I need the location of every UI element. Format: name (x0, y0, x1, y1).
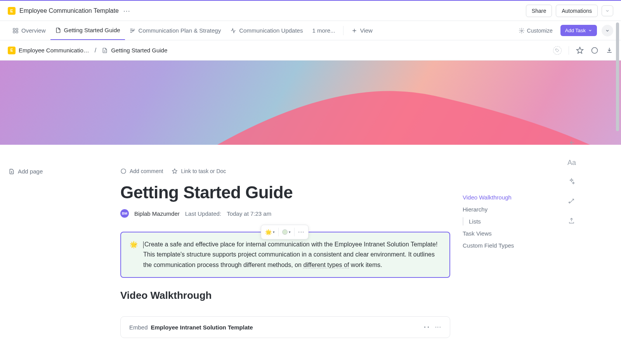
workspace-title[interactable]: Employee Communication Template (19, 7, 119, 14)
add-page-label: Add page (18, 168, 43, 175)
doc-icon (55, 27, 61, 33)
automations-button[interactable]: Automations (556, 5, 598, 17)
tab-overview[interactable]: Overview (8, 21, 50, 40)
header-bar: E Employee Communication Template ··· Sh… (0, 1, 621, 21)
tab-getting-started[interactable]: Getting Started Guide (50, 21, 125, 40)
collapse-outline-button[interactable] (568, 139, 575, 148)
ai-button[interactable] (568, 178, 575, 187)
toolbar-color-picker[interactable]: ▾ (280, 228, 293, 236)
doc-meta: BM Biplab Mazumder Last Updated: Today a… (120, 209, 450, 218)
tab-label: Communication Plan & Strategy (139, 27, 221, 34)
magic-button[interactable] (568, 198, 575, 206)
tag-button[interactable] (553, 46, 562, 55)
embed-title: Employee Intranet Solution Template (151, 324, 253, 331)
chevron-down-icon: ▾ (289, 230, 291, 234)
doc-icon (102, 47, 108, 54)
add-task-label: Add Task (565, 28, 586, 33)
floating-toolbar: 🌟 ▾ ▾ ··· (261, 225, 309, 239)
embed-card[interactable]: Embed Employee Intranet Solution Templat… (120, 316, 450, 338)
divider (294, 228, 295, 236)
svg-point-7 (121, 169, 126, 173)
outline-item-task-views[interactable]: Task Views (463, 229, 578, 237)
plus-icon (351, 28, 357, 34)
chevron-down-icon (588, 28, 592, 33)
tab-add-view[interactable]: View (347, 21, 377, 40)
star-button[interactable] (576, 47, 584, 54)
add-page-button[interactable]: Add page (8, 168, 120, 175)
automations-chevron-button[interactable] (602, 5, 613, 16)
svg-rect-2 (13, 31, 15, 33)
tab-comm-plan[interactable]: Communication Plan & Strategy (125, 21, 226, 40)
link-task-label: Link to task or Doc (181, 168, 226, 174)
outline-item-lists[interactable]: Lists (463, 217, 578, 225)
divider (569, 46, 569, 55)
gear-icon (519, 28, 525, 34)
workspace-icon: E (8, 47, 16, 54)
embed-label: Embed (129, 324, 148, 331)
svg-rect-3 (16, 31, 18, 33)
author-name[interactable]: Biplab Mazumder (134, 210, 180, 217)
star-icon (576, 47, 584, 54)
cover-image[interactable] (0, 61, 621, 145)
author-avatar[interactable]: BM (120, 209, 129, 218)
typography-button[interactable]: Aa (567, 159, 576, 167)
download-button[interactable] (605, 47, 613, 54)
svg-point-6 (592, 47, 598, 53)
link-task-button[interactable]: Link to task or Doc (172, 168, 226, 174)
callout-emoji[interactable]: 🌟 (130, 239, 138, 270)
chevron-down-icon: ▾ (273, 230, 275, 234)
breadcrumb-separator: / (95, 47, 96, 54)
comment-icon (591, 47, 598, 54)
download-icon (605, 47, 613, 54)
tab-comm-updates[interactable]: Communication Updates (226, 21, 307, 40)
gantt-icon (130, 28, 136, 34)
tab-more[interactable]: 1 more... (307, 27, 340, 34)
breadcrumbs: E Employee Communicatio… / Getting Start… (0, 40, 621, 61)
scrollbar[interactable] (615, 23, 620, 364)
tab-label: View (360, 27, 373, 34)
overview-icon (12, 28, 19, 34)
callout-block[interactable]: 🌟 ▾ ▾ ··· 🌟 Create a safe and effective … (120, 232, 450, 278)
add-task-button[interactable]: Add Task (560, 25, 597, 36)
comment-icon (120, 168, 127, 174)
outline-item-video[interactable]: Video Walkthrough (463, 193, 578, 201)
svg-rect-0 (13, 28, 15, 30)
workspace-icon[interactable]: E (8, 7, 16, 15)
customize-label: Customize (527, 28, 553, 34)
toolbar-more-icon[interactable]: ··· (296, 229, 307, 236)
expand-icon[interactable] (423, 324, 430, 330)
last-updated-value: Today at 7:23 am (227, 210, 271, 217)
add-comment-button[interactable]: Add comment (120, 168, 163, 174)
tabs-bar: Overview Getting Started Guide Communica… (0, 21, 621, 40)
wave-illustration (217, 75, 590, 145)
divider (278, 228, 279, 236)
section-heading-video[interactable]: Video Walkthrough (120, 289, 450, 302)
share-button[interactable]: Share (526, 5, 552, 17)
export-button[interactable] (568, 217, 575, 226)
overflow-button[interactable] (602, 25, 613, 36)
color-swatch-icon (282, 229, 288, 235)
embed-more-icon[interactable]: ··· (435, 324, 441, 331)
add-comment-label: Add comment (130, 168, 163, 174)
scrollbar-thumb[interactable] (616, 23, 619, 131)
breadcrumb-current-label: Getting Started Guide (111, 47, 167, 54)
toolbar-emoji-picker[interactable]: 🌟 ▾ (263, 227, 277, 237)
chevron-down-icon (605, 9, 610, 13)
comment-button[interactable] (591, 47, 598, 54)
sparkle-icon: 🌟 (265, 229, 272, 235)
callout-text[interactable]: Create a safe and effective place for in… (143, 239, 441, 270)
svg-rect-1 (16, 28, 18, 30)
svg-point-4 (521, 30, 522, 31)
outline-item-custom-fields[interactable]: Custom Field Types (463, 241, 578, 250)
outline-list: Video Walkthrough Hierarchy Lists Task V… (463, 193, 578, 250)
link-icon (172, 168, 178, 174)
breadcrumb-parent[interactable]: E Employee Communicatio… (8, 47, 89, 54)
outline-item-hierarchy[interactable]: Hierarchy (463, 205, 578, 213)
tab-label: Getting Started Guide (64, 27, 120, 33)
page-title[interactable]: Getting Started Guide (120, 183, 450, 202)
divider (343, 26, 343, 35)
activity-icon (230, 28, 236, 34)
svg-point-5 (556, 49, 557, 50)
customize-button[interactable]: Customize (515, 25, 556, 36)
breadcrumb-current[interactable]: Getting Started Guide (102, 47, 167, 54)
